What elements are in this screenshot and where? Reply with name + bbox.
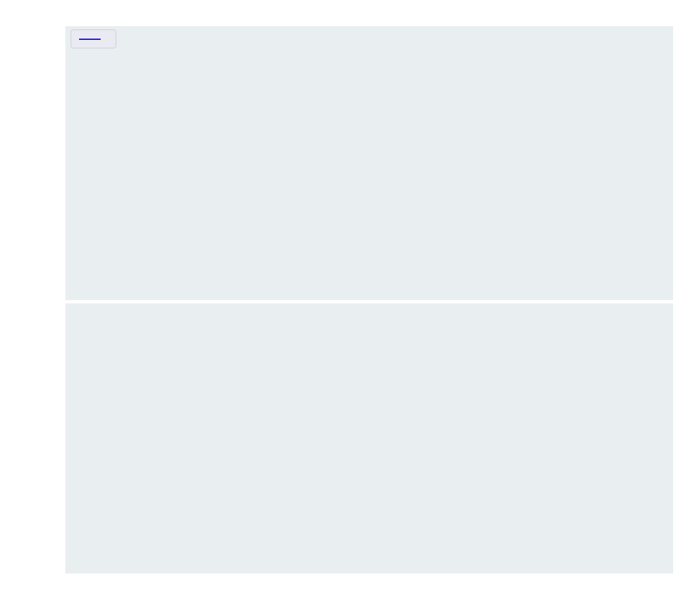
top-axes	[65, 26, 673, 300]
legend-line-icon	[79, 39, 101, 40]
bottom-axes	[65, 303, 673, 573]
legend	[71, 29, 116, 48]
figure	[0, 0, 679, 616]
